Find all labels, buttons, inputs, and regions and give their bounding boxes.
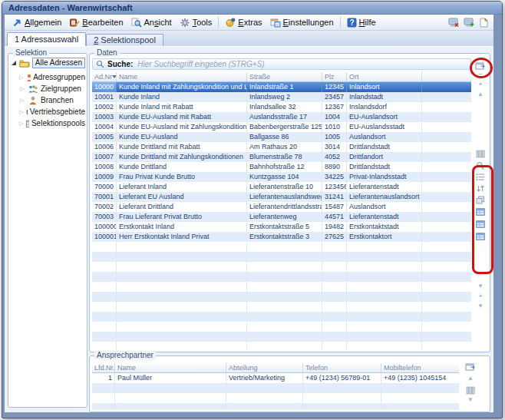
- new-document-icon[interactable]: [479, 18, 488, 28]
- menu-item-ansicht[interactable]: Ansicht: [127, 17, 176, 28]
- column-header-mobiltelefon[interactable]: Mobiltelefon: [381, 363, 459, 372]
- cell-adnr: [92, 322, 117, 332]
- address-row[interactable]: 10004 Kunde EU-Ausland mit Zahlungskondi…: [92, 122, 471, 132]
- column-header-ort[interactable]: Ort: [347, 72, 422, 81]
- contacts-table: Lfd.Nr. Name Abteilung Telefon Mobiltele…: [92, 363, 459, 410]
- address-row[interactable]: 70001 Lieferant EU Ausland Lieferantenau…: [92, 192, 471, 202]
- cell-lfdnr: [92, 393, 115, 403]
- cell-ort: [347, 342, 422, 349]
- address-row[interactable]: 100001 Herr Erstkontakt Inland Privat Er…: [92, 232, 471, 242]
- cell-name: Lieferant EU Ausland: [117, 192, 247, 202]
- cell-empty: [422, 82, 471, 92]
- cell-adnr: 100001: [92, 232, 117, 242]
- address-row[interactable]: 10002 Kunde Inland mit Rabatt Inlandsall…: [92, 102, 471, 112]
- tree-expanded-icon[interactable]: [12, 61, 16, 65]
- address-row[interactable]: 10001 Kunde Inland Inlandsweg 2 23457 In…: [92, 92, 471, 102]
- address-row[interactable]: 10000 Kunde Inland mit Zahlungskondition…: [92, 82, 471, 92]
- settings-window-icon: [270, 18, 281, 28]
- remote-session-remove-icon[interactable]: [448, 18, 460, 28]
- contact-row[interactable]: 1 Paul Müller Vertrieb/Marketing +49 (12…: [92, 373, 459, 383]
- search-input[interactable]: [136, 59, 470, 70]
- columns-icon[interactable]: [466, 386, 475, 395]
- expand-icon[interactable]: +: [479, 81, 483, 91]
- tree-node-adressgruppen[interactable]: ▷ Adressgruppen: [19, 71, 85, 83]
- table-view-icon[interactable]: [476, 208, 485, 216]
- address-row[interactable]: 70003 Frau Lieferant Privat Brutto Liefe…: [92, 212, 471, 222]
- collapse-icon[interactable]: −: [479, 71, 483, 81]
- columns-icon[interactable]: [476, 150, 485, 158]
- column-header-abteilung[interactable]: Abteilung: [226, 363, 303, 372]
- tree-node-alle-adressen[interactable]: Alle Adressen: [12, 57, 85, 68]
- address-row[interactable]: 10003 Kunde EU-Ausland mit Rabatt Auslan…: [92, 112, 471, 122]
- search-zoom-icon[interactable]: [476, 161, 485, 170]
- empty-row: [92, 272, 471, 282]
- list-icon[interactable]: [476, 173, 485, 181]
- tree-collapsed-icon[interactable]: ▷: [19, 121, 23, 126]
- address-row[interactable]: 10006 Kunde Drittland mit Rabatt Am Rath…: [92, 142, 471, 152]
- cell-adnr: 10001: [92, 92, 117, 102]
- menu-item-extras[interactable]: Extras: [221, 17, 266, 28]
- export-window-icon[interactable]: [475, 61, 486, 71]
- scroll-down-icon[interactable]: ▼: [477, 283, 484, 293]
- menu-item-hilfe[interactable]: ? Hilfe: [343, 17, 380, 28]
- menu-item-allgemein[interactable]: Allgemein: [8, 17, 65, 28]
- scroll-up-icon[interactable]: ▲: [477, 91, 484, 101]
- tree-node-branchen[interactable]: ▷ Branchen: [19, 94, 85, 106]
- address-row[interactable]: 100000 Erstkontakt Inland Erstkontaktstr…: [92, 222, 471, 232]
- cell-adnr: 10008: [92, 162, 117, 172]
- address-row[interactable]: 10009 Frau Privat Kunde Brutto Kuntzgass…: [92, 172, 471, 182]
- tree-node-selektionspools[interactable]: ▷ Selektionspools: [19, 117, 85, 129]
- address-row[interactable]: 70000 Lieferant Inland Lieferantenstraße…: [92, 182, 471, 192]
- tree-collapsed-icon[interactable]: ▷: [19, 86, 25, 91]
- arrow-up-right-icon: [12, 18, 22, 28]
- column-header-lfdnr[interactable]: Lfd.Nr.: [92, 363, 115, 372]
- column-header-name[interactable]: Name: [115, 363, 226, 372]
- search-label: Suche:: [107, 60, 133, 68]
- scroll-last-icon[interactable]: ▼: [477, 303, 484, 313]
- column-header-adnr[interactable]: Ad.Nr: [92, 72, 117, 81]
- cell-adnr: [92, 302, 117, 312]
- table-view-icon[interactable]: [476, 233, 485, 240]
- remote-session-add-icon[interactable]: [464, 18, 475, 28]
- sort-icon[interactable]: [476, 184, 485, 193]
- add-icon[interactable]: +: [479, 293, 483, 303]
- cell-strasse: Inlandsweg 2: [247, 92, 322, 102]
- cell-ort: [347, 322, 422, 332]
- tree-collapsed-icon[interactable]: ▷: [19, 109, 23, 114]
- column-header-telefon[interactable]: Telefon: [303, 363, 381, 372]
- cell-strasse: [247, 302, 322, 312]
- copy-icon[interactable]: [476, 196, 485, 204]
- address-row[interactable]: 10008 Kunde Drittland Bahnhofstraße 12 8…: [92, 162, 471, 172]
- menu-item-tools[interactable]: Tools: [176, 17, 216, 28]
- address-row[interactable]: 10005 Kunde EU-Ausland Ballgasse 86 1005…: [92, 132, 471, 142]
- cell-empty: [422, 282, 471, 292]
- tree-node-vertriebsgebiete[interactable]: ▷ Vertriebsgebiete: [19, 106, 85, 117]
- title-bar[interactable]: Adressdaten - Warenwirtschaft: [2, 2, 502, 15]
- column-header-strasse[interactable]: Straße: [247, 72, 322, 81]
- column-header-name[interactable]: Name: [117, 72, 247, 81]
- tab-selektionspool[interactable]: 2 Selektionspool: [86, 34, 163, 46]
- column-header-plz[interactable]: Plz: [322, 72, 347, 81]
- tree-collapsed-icon[interactable]: ▷: [19, 74, 23, 80]
- address-row[interactable]: 10007 Kunde Drittland mit Zahlungskondit…: [92, 152, 471, 162]
- cell-ort: Auslandsort: [347, 132, 422, 142]
- tree-collapsed-icon[interactable]: ▷: [19, 98, 25, 103]
- cell-adnr: [92, 242, 117, 252]
- cell-plz: 44571: [322, 212, 347, 222]
- tab-adressauswahl[interactable]: 1 Adressauswahl: [7, 32, 86, 46]
- menu-item-bearbeiten[interactable]: Bearbeiten: [65, 17, 127, 28]
- address-row[interactable]: 70002 Lieferant Drittland Lieferantendri…: [92, 202, 471, 212]
- cell-empty: [422, 112, 471, 122]
- empty-row: [92, 242, 471, 252]
- tree-node-zielgruppen[interactable]: ▷ Zielgruppen: [19, 83, 85, 94]
- cell-ort: [347, 272, 422, 282]
- cell-strasse: Erstkontaktstraße 3: [247, 232, 322, 242]
- empty-row: [92, 393, 459, 403]
- export-window-icon[interactable]: [465, 362, 476, 372]
- table-view-icon[interactable]: [476, 220, 485, 228]
- cell-name: [115, 393, 226, 403]
- scroll-down-icon[interactable]: ▼: [467, 396, 474, 406]
- menu-item-einstellungen[interactable]: Einstellungen: [266, 17, 338, 28]
- cell-ort: Auslandsort: [347, 202, 422, 212]
- scroll-up-icon[interactable]: ▲: [467, 375, 474, 385]
